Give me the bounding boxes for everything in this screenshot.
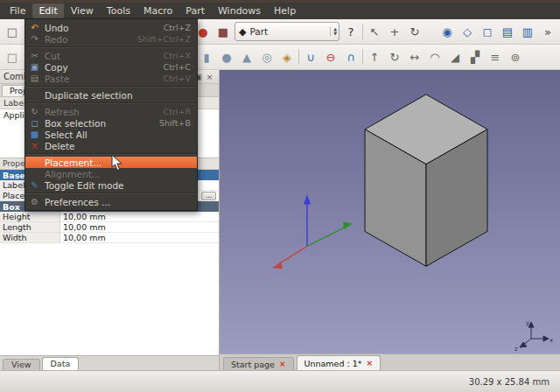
revolve-icon[interactable]: ↻: [386, 48, 403, 66]
cube-model: [365, 94, 487, 266]
close-tab-icon[interactable]: ×: [367, 359, 374, 368]
front-view-icon[interactable]: ◻: [479, 23, 496, 40]
menu-item-toggle-edit-mode[interactable]: ✎ Toggle Edit mode: [25, 179, 197, 191]
stop-macro-icon[interactable]: ■: [214, 23, 232, 40]
menu-item-duplicate-selection[interactable]: Duplicate selection: [25, 89, 197, 101]
mirror-icon[interactable]: ↔: [406, 48, 424, 66]
menu-item-label: Toggle Edit mode: [45, 180, 186, 191]
menubar-part[interactable]: Part: [179, 4, 211, 18]
3d-view-canvas[interactable]: y x z: [220, 70, 560, 354]
axis-label-z: z: [514, 346, 518, 353]
menu-item-refresh: ↻ Refresh Ctrl+R: [25, 106, 197, 117]
menu-item-undo[interactable]: ↶ Undo Ctrl+Z: [25, 22, 197, 33]
close-panel-icon[interactable]: ×: [204, 73, 215, 81]
menu-item-label: Duplicate selection: [45, 90, 186, 101]
menu-item-shortcut: Ctrl+X: [164, 51, 191, 60]
part-torus-icon[interactable]: ◎: [258, 48, 276, 66]
menu-item-preferences[interactable]: ⚙ Preferences ...: [25, 196, 197, 207]
separator: [362, 49, 363, 65]
axis-label-y: y: [526, 319, 529, 326]
chamfer-icon[interactable]: ◢: [446, 48, 464, 66]
document-tab-bar: Start page × Unnamed : 1* ×: [220, 354, 560, 370]
menubar-tools[interactable]: Tools: [101, 4, 136, 18]
tab-unnamed-document[interactable]: Unnamed : 1* ×: [297, 355, 382, 370]
menu-separator: [26, 192, 196, 194]
menubar-edit[interactable]: Edit: [32, 4, 63, 18]
property-value[interactable]: 10,00 mm: [60, 212, 219, 222]
close-tab-icon[interactable]: ×: [279, 360, 286, 368]
axis-y-line: [307, 227, 346, 246]
tab-view[interactable]: View: [3, 359, 40, 370]
menu-item-label: Copy: [45, 62, 159, 73]
menu-item-copy[interactable]: ▣ Copy Ctrl+C: [25, 61, 197, 73]
menu-item-label: Placement...: [45, 158, 186, 168]
part-sphere-icon[interactable]: ●: [218, 48, 235, 66]
rotate-view-icon[interactable]: ↻: [406, 23, 424, 40]
new-document-icon[interactable]: □: [4, 23, 21, 40]
menubar-help[interactable]: Help: [268, 4, 302, 18]
menu-item-shortcut: Shift+Ctrl+Z: [137, 34, 191, 44]
menubar-file[interactable]: File: [4, 4, 32, 18]
separator: [362, 24, 363, 39]
boolean-cut-icon[interactable]: ⊖: [322, 48, 340, 66]
toolbar-overflow-icon[interactable]: »: [539, 23, 556, 40]
menu-item-label: Cut: [45, 51, 159, 61]
menu-item-box-selection[interactable]: ◻ Box selection Shift+B: [25, 117, 197, 129]
document-tab-label: Start page: [231, 360, 275, 369]
menubar-windows[interactable]: Windows: [212, 4, 267, 18]
axonometric-view-icon[interactable]: ◇: [458, 23, 476, 40]
boolean-union-icon[interactable]: ∪: [302, 48, 319, 66]
select-arrow-icon[interactable]: ↖: [366, 23, 383, 40]
property-name: Width: [0, 233, 60, 243]
section-icon[interactable]: ▞: [466, 48, 484, 66]
offset-icon[interactable]: ⊚: [507, 48, 524, 66]
status-bar: 30.29 x 25.84 mm: [0, 370, 560, 392]
workbench-selector[interactable]: ◆ Part ▲ ▼: [234, 22, 340, 41]
property-value[interactable]: 10,00 mm: [60, 222, 219, 233]
menubar-macro[interactable]: Macro: [137, 4, 178, 18]
document-icon[interactable]: □: [4, 48, 21, 66]
spin-down-icon[interactable]: ▼: [333, 32, 337, 36]
menu-item-shortcut: Shift+B: [159, 118, 191, 128]
menu-item-label: Paste: [45, 74, 159, 84]
zoom-fit-icon[interactable]: ◉: [438, 23, 456, 40]
menu-item-placement[interactable]: Placement...: [25, 157, 197, 168]
document-tab-label: Unnamed : 1*: [304, 359, 362, 368]
cross-sections-icon[interactable]: ≡: [486, 48, 504, 66]
boolean-intersection-icon[interactable]: ∩: [342, 48, 360, 66]
whats-this-icon[interactable]: ?: [342, 23, 360, 40]
menu-item-label: Select All: [45, 130, 186, 140]
cut-icon: ✂: [29, 51, 40, 60]
menubar-view[interactable]: View: [65, 4, 100, 18]
viewport[interactable]: y x z: [220, 70, 560, 354]
menu-item-shortcut: Ctrl+R: [164, 107, 191, 116]
origin-axis-cross: [272, 195, 353, 270]
select-all-icon: ■: [29, 130, 40, 139]
axis-y-arrow: [343, 221, 353, 229]
menu-item-delete[interactable]: × Delete: [25, 140, 197, 151]
menu-item-select-all[interactable]: ■ Select All: [25, 129, 197, 140]
property-edit-button[interactable]: ...: [201, 192, 216, 200]
pan-view-icon[interactable]: +: [386, 23, 403, 40]
box-selection-icon: ◻: [29, 118, 40, 128]
axis-x-arrow: [272, 262, 283, 269]
property-row-height: Height 10,00 mm: [0, 212, 219, 222]
part-primitives-icon[interactable]: ◈: [278, 48, 296, 66]
menu-separator: [26, 86, 196, 88]
property-value[interactable]: 10,00 mm: [60, 233, 219, 243]
toggle-edit-icon: ✎: [29, 180, 40, 190]
fillet-icon[interactable]: ◠: [426, 48, 444, 66]
workbench-selected-value: Part: [249, 26, 326, 37]
right-view-icon[interactable]: ▥: [519, 23, 536, 40]
extrude-icon[interactable]: ↑: [366, 48, 383, 66]
top-view-icon[interactable]: ▤: [499, 23, 516, 40]
part-cylinder-icon[interactable]: ▮: [198, 48, 215, 66]
combo-spinner[interactable]: ▲ ▼: [330, 27, 337, 36]
property-row-length: Length 10,00 mm: [0, 222, 219, 233]
part-cone-icon[interactable]: ▲: [238, 48, 256, 66]
tab-data[interactable]: Data: [42, 357, 80, 370]
axis-z-arrow: [304, 195, 311, 205]
menu-separator: [26, 46, 196, 48]
toolbar-help-group: ?↖+↻: [342, 23, 424, 40]
tab-start-page[interactable]: Start page ×: [223, 357, 294, 370]
